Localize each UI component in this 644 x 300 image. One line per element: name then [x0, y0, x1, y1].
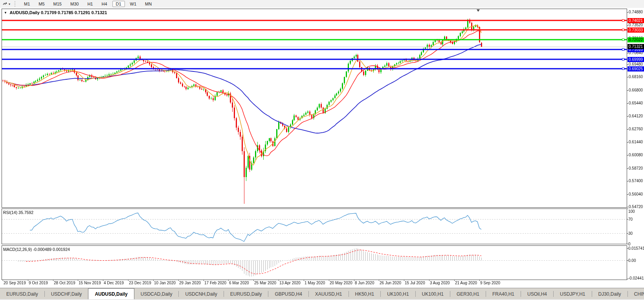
- symbol-tab-fra40-h1[interactable]: FRA40,H1: [486, 288, 521, 300]
- price-line-badge: 0.73033: [627, 27, 644, 33]
- date-tick-label: 23 Dec 2019: [129, 281, 151, 285]
- date-tick-label: 21 Aug 2020: [455, 281, 477, 285]
- date-tick-label: 26 Jun 2020: [380, 281, 401, 285]
- date-tick-label: 8 Jun 2020: [355, 281, 374, 285]
- symbol-tab-usdcnh-daily[interactable]: USDCNH,Daily: [179, 288, 223, 300]
- price-line-badge: 0.72022: [627, 37, 644, 42]
- date-tick-label: 20 May 2020: [330, 281, 352, 285]
- date-tick-label: 9 Oct 2019: [29, 281, 48, 285]
- chart-canvas[interactable]: [0, 0, 644, 300]
- date-tick-label: 29 Jan 2020: [179, 281, 201, 285]
- date-tick-label: 3 Aug 2020: [430, 281, 450, 285]
- rsi-tick-label: 70: [628, 217, 633, 221]
- chart-symbol-period: AUDUSD,Daily: [10, 10, 40, 15]
- macd-tick-label: 0.015741: [628, 246, 644, 251]
- rsi-tick-label: 0: [628, 242, 631, 246]
- macd-indicator-label: MACD(12,26,9) -0.000489 0.001924: [3, 247, 70, 252]
- chart-shift-marker[interactable]: [477, 9, 480, 12]
- price-tick-label: 0.69480: [629, 62, 643, 66]
- date-tick-label: 17 Feb 2020: [204, 281, 226, 285]
- symbol-tab-china300-h1[interactable]: CHINA300,H1: [628, 288, 644, 300]
- price-tick-label: 0.62760: [629, 127, 643, 131]
- symbol-tab-eurusd-daily[interactable]: EURUSD,Daily: [224, 288, 268, 300]
- price-tick-label: 0.66800: [629, 88, 643, 92]
- price-tick-label: 0.56040: [629, 192, 643, 196]
- date-tick-label: 9 Sep 2020: [480, 281, 500, 285]
- trading-app-window: ▾ M1M5M15M30H1H4D1W1MN ▼ AUDUSD,Daily 0.…: [0, 0, 644, 300]
- symbol-tab-eurusd-daily[interactable]: EURUSD,Daily: [0, 288, 44, 300]
- symbol-tab-dj30-daily[interactable]: DJ30,Daily: [592, 288, 627, 300]
- macd-tick-label: 0.00: [628, 258, 636, 263]
- chart-title[interactable]: ▼ AUDUSD,Daily 0.71709 0.71785 0.71291 0…: [4, 10, 107, 15]
- symbol-tabs: EURUSD,DailyUSDCHF,DailyAUDUSD,DailyUSDC…: [0, 288, 644, 300]
- macd-tick-label: -0.024412: [628, 276, 644, 280]
- symbol-tab-usdjpy-h1[interactable]: USDJPY,H1: [554, 288, 591, 300]
- rsi-indicator-label: RSI(14) 35.7592: [3, 210, 33, 215]
- symbol-tab-uk100-h1[interactable]: UK100,H1: [381, 288, 415, 300]
- rsi-tick-label: 100: [628, 209, 635, 214]
- date-tick-label: 1 May 2020: [305, 281, 325, 285]
- symbol-tab-xauusd-h1[interactable]: XAUUSD,H1: [309, 288, 349, 300]
- symbol-tab-usdcad-daily[interactable]: USDCAD,Daily: [134, 288, 179, 300]
- symbol-tab-usdchf-daily[interactable]: USDCHF,Daily: [45, 288, 88, 300]
- price-tick-label: 0.68160: [629, 75, 643, 79]
- chart-dropdown-icon[interactable]: ▼: [4, 11, 7, 15]
- date-tick-label: 20 Sep 2019: [4, 281, 26, 285]
- price-line-badge: 0.69025: [627, 66, 644, 71]
- date-tick-label: 13 Apr 2020: [279, 281, 301, 285]
- date-tick-label: 4 Dec 2019: [104, 281, 124, 285]
- price-line-badge: 0.74021: [627, 18, 644, 23]
- rsi-tick-label: 30: [628, 231, 633, 236]
- date-tick-label: 28 Oct 2019: [54, 281, 75, 285]
- price-tick-label: 0.58720: [629, 166, 643, 170]
- date-tick-label: 25 Mar 2020: [254, 281, 276, 285]
- date-tick-label: 15 Jul 2020: [405, 281, 425, 285]
- symbol-tab-bar: EURUSD,DailyUSDCHF,DailyAUDUSD,DailyUSDC…: [0, 288, 644, 300]
- date-tick-label: 10 Jan 2020: [154, 281, 176, 285]
- symbol-tab-hk50-h1[interactable]: HK50,H1: [349, 288, 381, 300]
- price-tick-label: 0.65440: [629, 101, 643, 105]
- price-line-badge: 0.69999: [627, 57, 644, 62]
- symbol-tab-usoil-h4[interactable]: USOil,H4: [521, 288, 553, 300]
- price-tick-label: 0.54720: [629, 205, 643, 209]
- current-price-badge: 0.71321: [627, 44, 644, 49]
- chart-ohlc-values: 0.71709 0.71785 0.71291 0.71321: [41, 10, 107, 15]
- symbol-tab-gbpusd-h4[interactable]: GBPUSD,H4: [268, 288, 308, 300]
- price-tick-label: 0.57400: [629, 179, 643, 183]
- symbol-tab-uk100-h1[interactable]: UK100,H1: [416, 288, 450, 300]
- price-tick-label: 0.60080: [629, 153, 643, 157]
- price-tick-label: 0.64120: [629, 114, 643, 118]
- symbol-tab-audusd-daily[interactable]: AUDUSD,Daily: [88, 288, 134, 300]
- price-tick-label: 0.73520: [629, 23, 643, 27]
- date-tick-label: 15 Nov 2019: [79, 281, 101, 285]
- date-tick-label: 6 Mar 2020: [229, 281, 249, 285]
- symbol-tab-ger30-h1[interactable]: GER30,H1: [450, 288, 486, 300]
- price-tick-label: 0.74880: [629, 10, 643, 14]
- price-tick-label: 0.61440: [629, 140, 643, 144]
